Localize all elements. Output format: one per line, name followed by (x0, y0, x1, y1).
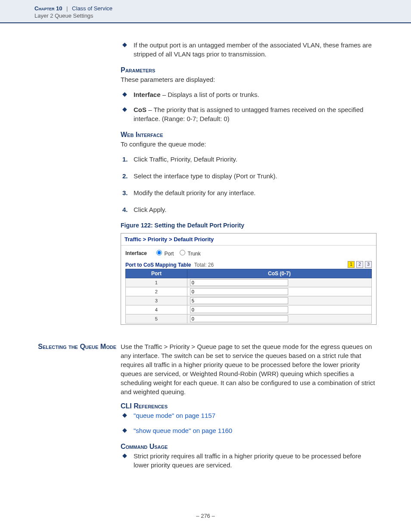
cli-heading: CLI References (121, 402, 377, 410)
step-4: Click Apply. (121, 205, 377, 214)
cos-input-1[interactable] (190, 279, 288, 286)
embedded-screenshot: Traffic > Priority > Default Priority In… (121, 233, 377, 325)
step-1: Click Traffic, Priority, Default Priorit… (121, 155, 377, 164)
table-row: 2 (126, 287, 372, 296)
param-interface-name: Interface (134, 91, 161, 98)
cos-input-4[interactable] (190, 306, 288, 313)
cli-ref-2: "show queue mode" on page 1160 (121, 426, 377, 435)
interface-label: Interface (125, 250, 147, 256)
cmd-bullet-1: Strict priority requires all traffic in … (121, 451, 377, 470)
table-title: Port to CoS Mapping Table Total: 26 (125, 262, 214, 268)
table-row: 4 (126, 305, 372, 314)
cli-link-1[interactable]: "queue mode" on page 1157 (134, 412, 215, 419)
chapter-title: Class of Service (72, 5, 112, 12)
col-port: Port (126, 269, 187, 278)
cos-input-3[interactable] (190, 297, 288, 304)
param-cos: CoS – The priority that is assigned to u… (121, 105, 377, 123)
step-3: Modify the default priority for any inte… (121, 188, 377, 197)
parameters-heading: Parameters (121, 66, 377, 74)
table-row: 3 (126, 296, 372, 305)
header-pipe: | (66, 5, 68, 12)
parameters-intro: These parameters are displayed: (121, 75, 377, 84)
page-number: – 276 – (0, 513, 411, 519)
col-cos: CoS (0-7) (187, 269, 371, 278)
param-interface: Interface – Displays a list of ports or … (121, 90, 377, 99)
table-total: Total: 26 (194, 262, 214, 268)
radio-port[interactable] (156, 250, 162, 255)
pager-2[interactable]: 2 (356, 261, 363, 268)
cmd-heading: Command Usage (121, 443, 377, 451)
page-header: Chapter 10 | Class of Service Layer 2 Qu… (0, 0, 411, 23)
param-interface-desc: – Displays a list of ports or trunks. (161, 91, 259, 98)
radio-trunk[interactable] (180, 250, 185, 255)
pager: 1 2 3 (348, 261, 372, 268)
pager-1[interactable]: 1 (348, 261, 355, 268)
table-row: 5 (126, 314, 372, 324)
param-cos-name: CoS (134, 106, 146, 113)
section2-para: Use the Traffic > Priority > Queue page … (121, 342, 377, 396)
table-row: 1 (126, 278, 372, 287)
chapter-label: Chapter 10 (34, 5, 62, 12)
webif-heading: Web Interface (121, 131, 377, 139)
radio-port-label[interactable]: Port (154, 250, 174, 257)
screenshot-breadcrumb: Traffic > Priority > Default Priority (121, 233, 376, 246)
step-2: Select the interface type to display (Po… (121, 171, 377, 180)
cos-table: Port CoS (0-7) 1 2 (125, 269, 372, 324)
header-subtitle: Layer 2 Queue Settings (34, 12, 411, 19)
section-side-label: Selecting the Queue Mode (34, 342, 116, 477)
webif-intro: To configure the queue mode: (121, 140, 377, 149)
cos-input-5[interactable] (190, 315, 288, 322)
cli-ref-1: "queue mode" on page 1157 (121, 411, 377, 420)
figure-caption: Figure 122: Setting the Default Port Pri… (121, 222, 377, 229)
cos-input-2[interactable] (190, 288, 288, 295)
interface-selector: Interface Port Trunk (125, 250, 372, 257)
pager-3[interactable]: 3 (365, 261, 372, 268)
cli-link-2[interactable]: "show queue mode" on page 1160 (134, 427, 232, 434)
radio-trunk-label[interactable]: Trunk (177, 250, 200, 257)
param-cos-desc: – The priority that is assigned to untag… (134, 106, 363, 122)
intro-bullet: If the output port is an untagged member… (121, 40, 377, 59)
